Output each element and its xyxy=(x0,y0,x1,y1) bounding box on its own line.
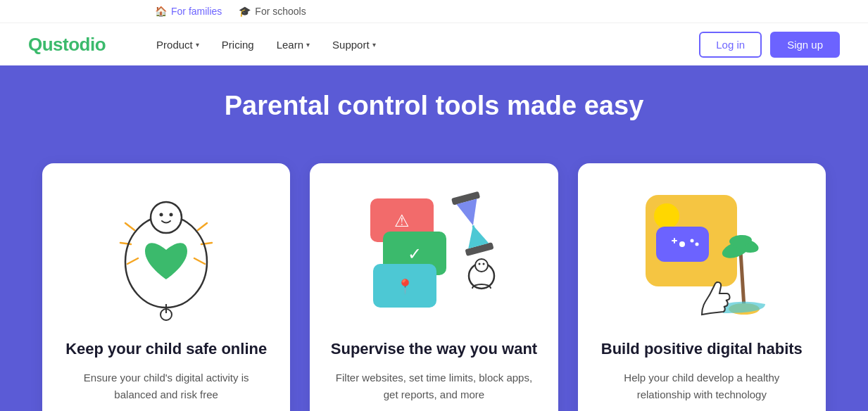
card-digital-habits: Build positive digital habits Help your … xyxy=(578,163,826,411)
school-icon: 🎓 xyxy=(239,6,251,17)
card3-title: Build positive digital habits xyxy=(601,339,803,360)
for-schools-label: For schools xyxy=(255,6,306,17)
svg-line-2 xyxy=(127,258,138,264)
svg-text:✓: ✓ xyxy=(408,244,422,263)
svg-line-34 xyxy=(741,251,744,308)
for-schools-link[interactable]: 🎓 For schools xyxy=(239,6,306,17)
product-chevron: ▾ xyxy=(196,41,199,49)
card3-illustration xyxy=(598,184,806,325)
pricing-label: Pricing xyxy=(222,39,254,51)
svg-rect-31 xyxy=(674,238,675,244)
svg-line-5 xyxy=(194,258,205,264)
card3-desc: Help your child develop a healthy relati… xyxy=(598,369,806,403)
support-label: Support xyxy=(332,39,370,51)
hero-section: Parental control tools made easy xyxy=(0,65,868,149)
card2-title: Supervise the way you want xyxy=(331,339,537,360)
for-families-label: For families xyxy=(171,6,222,17)
card1-desc: Ensure your child's digital activity is … xyxy=(62,369,270,403)
svg-point-24 xyxy=(479,263,481,265)
logo[interactable]: Qustodio xyxy=(28,34,106,56)
card3-svg xyxy=(631,188,772,322)
card2-svg: ⚠ ✓ 📍 xyxy=(356,188,511,322)
svg-point-8 xyxy=(160,213,163,217)
support-chevron: ▾ xyxy=(372,41,376,49)
learn-link[interactable]: Learn ▾ xyxy=(268,33,318,56)
card1-svg xyxy=(96,188,237,322)
svg-point-23 xyxy=(475,259,488,272)
learn-label: Learn xyxy=(277,39,303,51)
main-nav-links: Product ▾ Pricing Learn ▾ Support ▾ xyxy=(148,33,699,56)
top-nav: 🏠 For families 🎓 For schools xyxy=(0,0,868,23)
svg-point-29 xyxy=(679,241,685,247)
svg-point-32 xyxy=(690,239,693,243)
signup-button[interactable]: Sign up xyxy=(770,32,840,58)
hero-title: Parental control tools made easy xyxy=(28,91,840,121)
card-supervise: ⚠ ✓ 📍 xyxy=(310,163,558,411)
card-safe-online: Keep your child safe online Ensure your … xyxy=(42,163,290,411)
card1-title: Keep your child safe online xyxy=(65,339,267,360)
svg-text:⚠: ⚠ xyxy=(394,211,410,230)
svg-point-27 xyxy=(654,203,679,229)
pricing-link[interactable]: Pricing xyxy=(213,33,263,56)
svg-line-3 xyxy=(198,223,207,230)
app-wrapper: 🏠 For families 🎓 For schools Qustodio Pr… xyxy=(0,0,868,411)
svg-point-7 xyxy=(151,202,182,233)
card2-illustration: ⚠ ✓ 📍 xyxy=(329,184,538,325)
card2-desc: Filter websites, set time limits, block … xyxy=(329,369,538,403)
cards-section: Keep your child safe online Ensure your … xyxy=(0,149,868,411)
product-link[interactable]: Product ▾ xyxy=(148,33,208,56)
for-families-link[interactable]: 🏠 For families xyxy=(155,6,222,17)
product-label: Product xyxy=(156,39,193,51)
card1-illustration xyxy=(62,184,270,325)
svg-point-9 xyxy=(170,213,173,217)
logo-text: Qustodio xyxy=(28,34,106,55)
svg-text:📍: 📍 xyxy=(396,278,414,295)
nav-buttons: Log in Sign up xyxy=(699,32,840,58)
login-button[interactable]: Log in xyxy=(699,32,762,58)
support-link[interactable]: Support ▾ xyxy=(324,33,384,56)
main-nav: Qustodio Product ▾ Pricing Learn ▾ Suppo… xyxy=(0,23,868,65)
svg-line-0 xyxy=(125,223,134,230)
learn-chevron: ▾ xyxy=(306,41,310,49)
svg-point-25 xyxy=(483,263,485,265)
header: 🏠 For families 🎓 For schools Qustodio Pr… xyxy=(0,0,868,65)
svg-point-33 xyxy=(695,243,698,246)
home-icon: 🏠 xyxy=(155,6,167,17)
